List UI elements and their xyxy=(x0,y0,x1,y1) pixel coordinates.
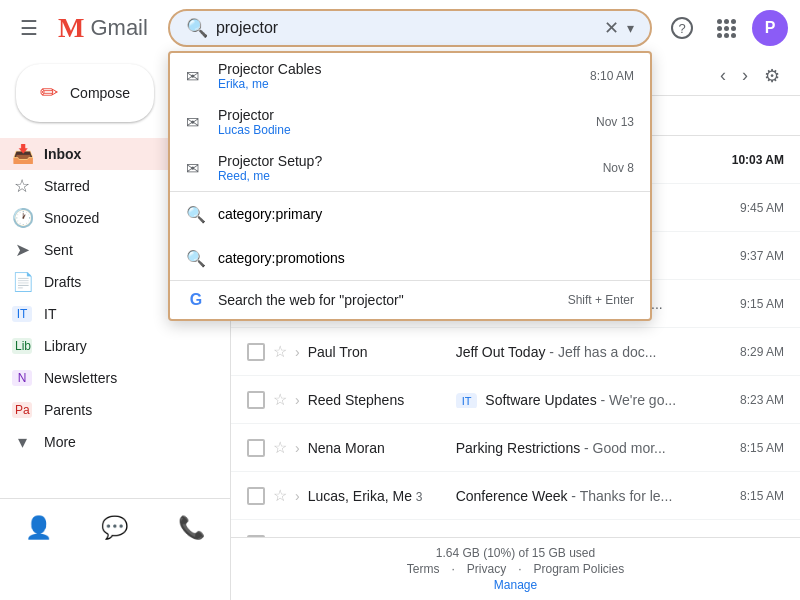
important-icon[interactable]: › xyxy=(295,344,300,360)
header-right: ? P xyxy=(664,10,788,46)
dropdown-suggest-text-1: category:primary xyxy=(218,206,634,222)
dropdown-sender-1: Erika, me xyxy=(218,77,578,91)
email-checkbox[interactable] xyxy=(247,391,265,409)
email-checkbox[interactable] xyxy=(247,487,265,505)
table-row[interactable]: ☆ › Lucas, Erika, Me 3 Conference Week -… xyxy=(231,472,800,520)
apps-button[interactable] xyxy=(708,10,744,46)
header: ☰ M Gmail 🔍 ✕ ▾ ✉ Projector Cables Erika… xyxy=(0,0,800,56)
back-button[interactable]: ‹ xyxy=(716,61,730,90)
important-icon[interactable]: › xyxy=(295,488,300,504)
dropdown-time-3: Nov 8 xyxy=(603,161,634,175)
dropdown-title-2: Projector xyxy=(218,107,584,123)
email-sender: Lucas, Erika, Me 3 xyxy=(308,488,448,504)
dropdown-suggestion-2[interactable]: 🔍 category:promotions xyxy=(170,236,650,280)
contacts-icon[interactable]: 👤 xyxy=(17,507,60,549)
storage-text: 1.64 GB (10%) of 15 GB used xyxy=(247,546,784,560)
sidebar-label-library: Library xyxy=(44,338,198,354)
search-suggest-icon-1: 🔍 xyxy=(186,205,206,224)
dropdown-title-1: Projector Cables xyxy=(218,61,578,77)
dropdown-sender-2: Lucas Bodine xyxy=(218,123,584,137)
email-sender: Paul Tron xyxy=(308,344,448,360)
search-dropdown: ✉ Projector Cables Erika, me 8:10 AM ✉ P… xyxy=(168,51,652,321)
terms-link[interactable]: Terms xyxy=(407,562,440,576)
menu-icon[interactable]: ☰ xyxy=(12,8,46,48)
web-search-item[interactable]: G Search the web for "projector" Shift +… xyxy=(170,281,650,319)
privacy-link[interactable]: Privacy xyxy=(467,562,506,576)
footer-links: Terms · Privacy · Program Policies xyxy=(247,562,784,576)
search-icon: 🔍 xyxy=(186,17,208,39)
email-time: 8:29 AM xyxy=(724,345,784,359)
policies-link[interactable]: Program Policies xyxy=(534,562,625,576)
inbox-icon: 📥 xyxy=(12,143,32,165)
snoozed-icon: 🕐 xyxy=(12,207,32,229)
gmail-logo: M Gmail xyxy=(58,12,148,44)
manage-link[interactable]: Manage xyxy=(247,578,784,592)
sidebar-item-parents[interactable]: Pa Parents xyxy=(0,394,214,426)
parents-icon: Pa xyxy=(12,402,32,418)
email-time: 10:03 AM xyxy=(724,153,784,167)
table-row[interactable]: ☆ › Paul Tron Jeff Out Today - Jeff has … xyxy=(231,328,800,376)
star-icon[interactable]: ☆ xyxy=(273,342,287,361)
dropdown-suggestion-1[interactable]: 🔍 category:primary xyxy=(170,192,650,236)
search-input[interactable] xyxy=(216,19,596,37)
star-icon[interactable]: ☆ xyxy=(273,486,287,505)
google-g-icon: G xyxy=(186,291,206,309)
it-icon: IT xyxy=(12,306,32,322)
forward-button[interactable]: › xyxy=(738,61,752,90)
it-tag: IT xyxy=(456,393,478,408)
drafts-icon: 📄 xyxy=(12,271,32,293)
table-row[interactable]: ☆ › Erika, Me 2 IT Library Projector Cab… xyxy=(231,520,800,537)
dropdown-title-3: Projector Setup? xyxy=(218,153,591,169)
search-container: 🔍 ✕ ▾ ✉ Projector Cables Erika, me 8:10 … xyxy=(168,9,652,47)
help-button[interactable]: ? xyxy=(664,10,700,46)
starred-icon: ☆ xyxy=(12,175,32,197)
phone-icon[interactable]: 📞 xyxy=(170,507,213,549)
dropdown-email-1[interactable]: ✉ Projector Cables Erika, me 8:10 AM xyxy=(170,53,650,99)
clear-icon[interactable]: ✕ xyxy=(604,17,619,39)
compose-button[interactable]: ✏ Compose xyxy=(16,64,154,122)
chat-icon[interactable]: 💬 xyxy=(93,507,136,549)
dropdown-suggest-text-2: category:promotions xyxy=(218,250,634,266)
sidebar-item-more[interactable]: ▾ More xyxy=(0,426,214,458)
important-icon[interactable]: › xyxy=(295,392,300,408)
compose-plus-icon: ✏ xyxy=(40,80,58,106)
settings-button[interactable]: ⚙ xyxy=(760,61,784,91)
dropdown-email-3[interactable]: ✉ Projector Setup? Reed, me Nov 8 xyxy=(170,145,650,191)
dropdown-text-3: Projector Setup? Reed, me xyxy=(218,153,591,183)
email-time: 9:37 AM xyxy=(724,249,784,263)
dropdown-email-2[interactable]: ✉ Projector Lucas Bodine Nov 13 xyxy=(170,99,650,145)
email-checkbox[interactable] xyxy=(247,343,265,361)
email-subject-preview: Jeff Out Today - Jeff has a doc... xyxy=(456,344,716,360)
email-sender: Reed Stephens xyxy=(308,392,448,408)
email-time: 8:15 AM xyxy=(724,489,784,503)
sidebar-label-parents: Parents xyxy=(44,402,198,418)
table-row[interactable]: ☆ › Nena Moran Parking Restrictions - Go… xyxy=(231,424,800,472)
star-icon[interactable]: ☆ xyxy=(273,390,287,409)
dropdown-time-1: 8:10 AM xyxy=(590,69,634,83)
footer: 1.64 GB (10%) of 15 GB used Terms · Priv… xyxy=(231,537,800,600)
sidebar-label-newsletters: Newsletters xyxy=(44,370,198,386)
mail-icon-2: ✉ xyxy=(186,113,206,132)
star-icon[interactable]: ☆ xyxy=(273,438,287,457)
email-time: 9:45 AM xyxy=(724,201,784,215)
email-time: 8:23 AM xyxy=(724,393,784,407)
email-subject-preview: IT Software Updates - We're go... xyxy=(456,392,716,408)
sidebar-item-library[interactable]: Lib Library xyxy=(0,330,214,362)
important-icon[interactable]: › xyxy=(295,440,300,456)
sent-icon: ➤ xyxy=(12,239,32,261)
avatar-letter: P xyxy=(765,19,776,37)
email-subject-preview: Conference Week - Thanks for le... xyxy=(456,488,716,504)
sidebar-item-newsletters[interactable]: N Newsletters xyxy=(0,362,214,394)
dropdown-text-2: Projector Lucas Bodine xyxy=(218,107,584,137)
sidebar-label-more: More xyxy=(44,434,198,450)
more-chevron-icon: ▾ xyxy=(12,431,32,453)
email-checkbox[interactable] xyxy=(247,439,265,457)
mail-icon-3: ✉ xyxy=(186,159,206,178)
search-arrow-icon[interactable]: ▾ xyxy=(627,20,634,36)
avatar[interactable]: P xyxy=(752,10,788,46)
dropdown-sender-3: Reed, me xyxy=(218,169,591,183)
table-row[interactable]: ☆ › Reed Stephens IT Software Updates - … xyxy=(231,376,800,424)
dropdown-time-2: Nov 13 xyxy=(596,115,634,129)
sidebar-bottom-icons: 👤 💬 📞 xyxy=(0,498,230,557)
library-icon: Lib xyxy=(12,338,32,354)
